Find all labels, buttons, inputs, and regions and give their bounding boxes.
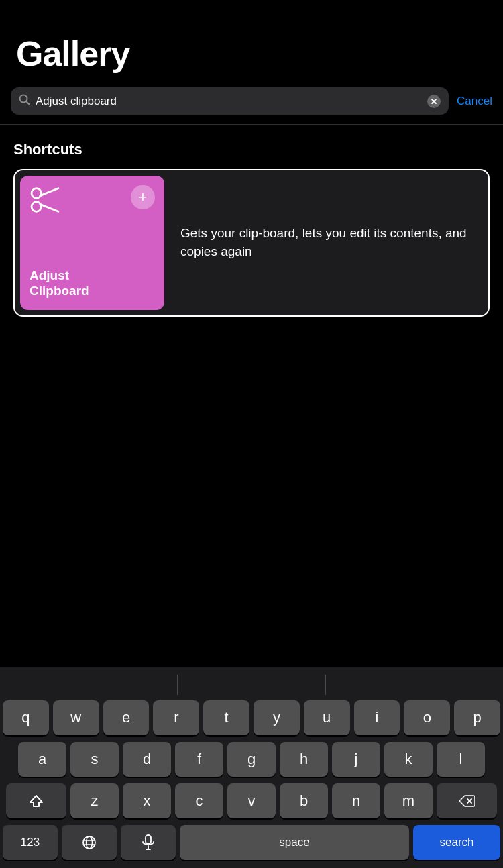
svg-line-1 <box>26 101 29 104</box>
svg-line-6 <box>40 188 58 196</box>
shortcuts-section: Shortcuts + AdjustClipboard Gets your cl… <box>0 125 503 330</box>
shortcut-icon-area: + AdjustClipboard <box>20 176 164 310</box>
page-title: Gallery <box>16 34 487 74</box>
key-delete[interactable] <box>437 783 497 818</box>
key-l[interactable]: l <box>437 742 485 777</box>
add-circle-button[interactable]: + <box>131 185 155 209</box>
bottom-key-row: 123 space search <box>0 825 503 868</box>
search-input[interactable] <box>36 95 422 108</box>
key-c[interactable]: c <box>175 783 223 818</box>
key-row-3: z x c v b n m <box>3 783 500 818</box>
key-x[interactable]: x <box>123 783 171 818</box>
key-row-1: q w e r t y u i o p <box>3 700 500 735</box>
key-space[interactable]: space <box>180 825 409 860</box>
key-p[interactable]: p <box>454 700 500 735</box>
cancel-button[interactable]: Cancel <box>457 95 492 108</box>
search-bar-row: Cancel <box>0 82 503 124</box>
shortcut-name: AdjustClipboard <box>30 268 155 299</box>
key-o[interactable]: o <box>404 700 450 735</box>
key-e[interactable]: e <box>103 700 150 735</box>
key-k[interactable]: k <box>384 742 433 777</box>
key-f[interactable]: f <box>175 742 223 777</box>
svg-point-12 <box>87 836 93 849</box>
svg-point-4 <box>32 202 42 212</box>
shortcut-description: Gets your clip-board, lets you edit its … <box>170 170 488 315</box>
section-title: Shortcuts <box>13 141 490 158</box>
search-icon <box>19 94 30 108</box>
scissors-icon <box>30 186 60 213</box>
svg-line-7 <box>40 204 58 211</box>
svg-point-11 <box>83 836 95 849</box>
key-g[interactable]: g <box>227 742 276 777</box>
key-y[interactable]: y <box>254 700 300 735</box>
key-row-2: a s d f g h j k l <box>3 742 500 777</box>
key-i[interactable]: i <box>354 700 400 735</box>
key-globe[interactable] <box>62 825 117 860</box>
search-clear-button[interactable] <box>427 95 441 108</box>
key-r[interactable]: r <box>153 700 199 735</box>
key-search[interactable]: search <box>413 825 500 860</box>
key-w[interactable]: w <box>53 700 99 735</box>
key-b[interactable]: b <box>280 783 328 818</box>
key-h[interactable]: h <box>280 742 328 777</box>
keyboard-rows: q w e r t y u i o p a s d f g h j k l <box>0 700 503 818</box>
shortcut-card[interactable]: + AdjustClipboard Gets your clip-board, … <box>13 169 490 317</box>
svg-rect-15 <box>146 835 151 844</box>
shortcut-description-text: Gets your clip-board, lets you edit its … <box>180 225 479 260</box>
header: Gallery <box>0 0 503 82</box>
add-icon: + <box>139 190 148 205</box>
key-shift[interactable] <box>6 783 66 818</box>
keyboard: q w e r t y u i o p a s d f g h j k l <box>0 667 503 868</box>
key-123[interactable]: 123 <box>3 825 58 860</box>
key-d[interactable]: d <box>123 742 171 777</box>
search-input-container[interactable] <box>11 87 449 115</box>
svg-point-5 <box>32 188 42 199</box>
key-t[interactable]: t <box>203 700 249 735</box>
key-mic[interactable] <box>121 825 176 860</box>
key-j[interactable]: j <box>332 742 380 777</box>
key-v[interactable]: v <box>227 783 276 818</box>
key-s[interactable]: s <box>70 742 119 777</box>
key-z[interactable]: z <box>70 783 119 818</box>
key-a[interactable]: a <box>18 742 66 777</box>
keyboard-drag-handle <box>0 675 503 695</box>
key-u[interactable]: u <box>304 700 350 735</box>
key-m[interactable]: m <box>384 783 433 818</box>
key-q[interactable]: q <box>3 700 49 735</box>
key-n[interactable]: n <box>332 783 380 818</box>
